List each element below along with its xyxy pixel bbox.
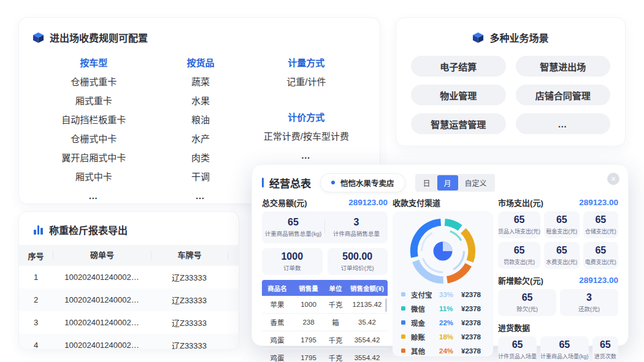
stat-label: 进货次数 (594, 352, 616, 360)
scenario-button-e-settlement[interactable]: 电子结算 (411, 56, 506, 77)
payment-chart-box: 支付宝 33% ¥2378 微信 11% ¥2378 现金 (393, 211, 493, 356)
payment-label: 收款支付渠道 (393, 197, 440, 208)
order-count-box: 1000 订单数 (262, 248, 323, 275)
stat-value: 1000 (281, 251, 303, 262)
scenario-button-smart-operation[interactable]: 智慧运营管理 (411, 113, 506, 134)
legend-name: 其他 (411, 346, 439, 356)
cell-amount: 35.42 (347, 319, 388, 326)
table-row: 4 100202401240002… 辽Z33333 单排仓 (19, 334, 239, 350)
scenario-button-smart-gate[interactable]: 智慧进出场 (516, 56, 611, 77)
scenarios-title: 多种业务场景 (489, 30, 548, 45)
legend-amount: ¥2378 (461, 305, 481, 312)
stat-label: 订单数 (283, 263, 301, 272)
list-item: 厢式中卡 (33, 167, 155, 186)
legend-swatch (401, 349, 405, 353)
table-row: 3 100202401240002… 辽Z33333 单排仓 (19, 311, 239, 334)
bar-chart-icon (34, 225, 44, 235)
legend-item-alipay: 支付宝 33% ¥2378 (401, 287, 485, 301)
legend-item-other: 其他 24% ¥2378 (401, 344, 485, 358)
transaction-value: 289123.00 (348, 198, 388, 207)
cell-qty: 1000 (293, 301, 324, 308)
cell-product: 香蕉 (262, 317, 293, 327)
table-row: 1 100202401240002… 辽Z33333 单排仓 (19, 266, 239, 288)
list-item: 厢式重卡 (33, 91, 155, 110)
list-item: 蔬菜 (155, 72, 246, 91)
cell-product: 鸡蛋 (262, 335, 293, 345)
expense-box: 65 仓储支出(元) (583, 211, 618, 238)
stat-label: 赊欠(元) (516, 304, 538, 313)
column-header: 按车型 (33, 53, 155, 72)
legend-swatch (401, 306, 405, 311)
stat-label: 水费支出(元) (546, 258, 577, 266)
cell-plate-no: 辽Z33333 (151, 271, 228, 283)
ellipsis-item: … (247, 146, 366, 165)
ellipsis-item: … (155, 186, 246, 205)
tab-month[interactable]: 月 (437, 175, 458, 190)
table-row: 2 100202401240002… 辽Z33333 单排仓 (19, 288, 239, 311)
store-selector[interactable]: 恺恺水果专卖店 (320, 173, 405, 192)
purchase-box: 65 计件货品入场量 (498, 336, 537, 362)
scenario-button-more[interactable]: … (516, 113, 611, 134)
ellipsis-item: … (33, 186, 155, 205)
list-item: 肉类 (155, 148, 246, 167)
column-header: 序号 (19, 250, 53, 262)
cell-ticket-no: 100202401240002… (53, 273, 151, 282)
cell-plate-no: 辽Z33333 (151, 339, 228, 350)
stat-value: 65 (556, 214, 567, 225)
weigh-table: 序号 磅单号 车牌号 1 100202401240002… 辽Z33333 单排… (19, 245, 239, 350)
table-row: 鸡蛋 1795 千克 3554.42 (262, 349, 388, 362)
column-header: 磅单号 (53, 251, 151, 260)
cell-ticket-no: 100202401240002… (53, 318, 151, 327)
list-item: 记重/计件 (247, 72, 366, 91)
legend-amount: ¥2378 (461, 319, 481, 326)
cell-index: 2 (19, 295, 53, 304)
payment-donut-chart (401, 215, 485, 287)
market-expense-label: 市场支出(元) (498, 197, 543, 208)
legend-amount: ¥2378 (461, 291, 481, 298)
tab-day[interactable]: 日 (416, 175, 437, 190)
expense-box: 65 罚款支出(元) (498, 242, 540, 269)
legend-amount: ¥2378 (461, 333, 481, 341)
legend-amount: ¥2378 (461, 347, 481, 355)
scenario-button-property[interactable]: 物业管理 (411, 85, 506, 105)
stat-label: 计件商品销售总量 (333, 229, 380, 238)
scenario-button-shop-contract[interactable]: 店铺合同管理 (516, 85, 611, 105)
payment-legend: 支付宝 33% ¥2378 微信 11% ¥2378 现金 (401, 287, 485, 358)
fee-column-goods: 按货品 蔬菜 水果 粮油 水产 肉类 干调 … (155, 53, 246, 205)
cell-truck-type: 单排仓 (228, 271, 239, 283)
column-header: 车牌号 (151, 251, 228, 260)
list-item: 干调 (155, 167, 246, 186)
stat-value: 65 (595, 245, 606, 256)
sales-total-box: 65 计重商品销售总量(kg) 3 计件商品销售总量 (262, 211, 388, 243)
tab-custom[interactable]: 自定义 (458, 175, 494, 190)
business-summary-card: 经营总表 恺恺水果专卖店 日 月 自定义 ✕ 总交易额(元) 289123.00 (251, 164, 629, 346)
legend-percent: 18% (439, 333, 461, 341)
legend-name: 微信 (411, 304, 439, 314)
column-header: 销售金额(¥) (347, 284, 388, 293)
table-header-row: 序号 磅单号 车牌号 (19, 245, 239, 266)
close-icon[interactable]: ✕ (607, 173, 619, 185)
cell-ticket-no: 100202401240002… (53, 341, 151, 350)
section-header: 计价方式 (247, 108, 366, 127)
cell-truck-type: 单排仓 (228, 339, 239, 350)
cell-unit: 千克 (324, 300, 347, 309)
table-row: 鸡蛋 1795 千克 3554.42 (262, 331, 388, 349)
stat-label: 电费支出(元) (585, 258, 616, 266)
stat-value: 65 (522, 292, 533, 303)
cell-plate-no: 辽Z33333 (151, 317, 228, 328)
table-header-row: 商品名 销售量 单位 销售金额(¥) (262, 280, 388, 296)
expense-box: 65 水费支出(元) (544, 242, 579, 269)
order-avg-box: 500.00 订单均价(元) (328, 248, 388, 275)
stat-label: 货品入场支出(元) (498, 227, 540, 235)
cell-index: 3 (19, 318, 53, 327)
column-header: 单位 (324, 284, 347, 293)
list-item: 仓栅式中卡 (33, 129, 155, 148)
stat-label: 订单均价(元) (341, 263, 374, 272)
store-name: 恺恺水果专卖店 (340, 177, 394, 189)
period-tab-group: 日 月 自定义 (415, 174, 495, 192)
scrollbar-thumb[interactable] (385, 298, 387, 312)
purchase-box: 65 进货次数 (592, 336, 618, 362)
legend-percent: 24% (439, 347, 461, 355)
stat-value: 65 (514, 214, 525, 225)
legend-percent: 33% (439, 291, 461, 298)
